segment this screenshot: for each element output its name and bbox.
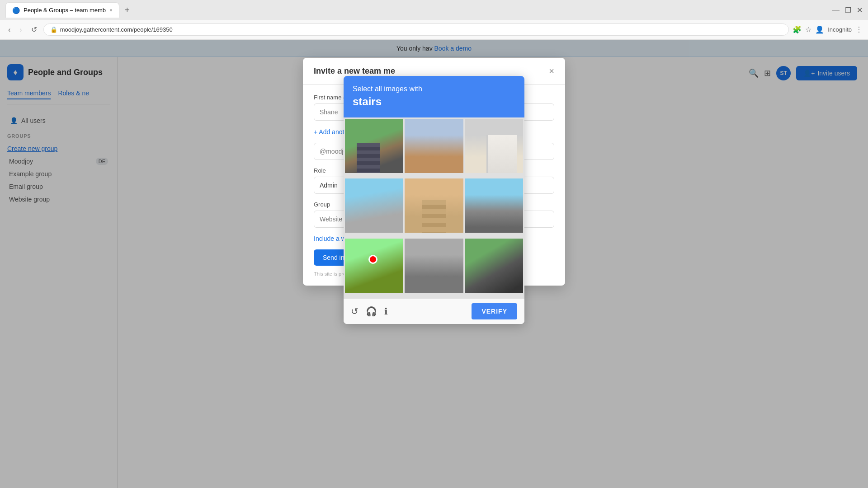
url-text: moodjoy.gathercontent.com/people/169350 (60, 26, 783, 33)
close-btn[interactable]: ✕ (857, 6, 863, 14)
forward-btn[interactable]: › (17, 24, 24, 36)
browser-titlebar: 🔵 People & Groups – team memb × + — ❐ ✕ (0, 0, 868, 20)
captcha-image-6[interactable] (465, 178, 523, 237)
recaptcha-refresh-btn[interactable]: ↺ (351, 306, 359, 317)
extensions-icon[interactable]: 🧩 (793, 25, 802, 34)
modal-title: Invite a new team me (314, 66, 395, 76)
recaptcha-verify-btn[interactable]: VERIFY (472, 303, 517, 319)
tab-title: People & Groups – team memb (24, 7, 106, 14)
recaptcha-prompt: Select all images with stairs (353, 84, 515, 109)
menu-icon[interactable]: ⋮ (855, 25, 863, 34)
address-bar[interactable]: 🔒 moodjoy.gathercontent.com/people/16935… (43, 23, 789, 36)
browser-toolbar: ‹ › ↺ 🔒 moodjoy.gathercontent.com/people… (0, 20, 868, 40)
back-btn[interactable]: ‹ (5, 24, 13, 36)
captcha-image-7[interactable] (345, 239, 403, 297)
captcha-image-1[interactable] (345, 119, 403, 177)
recaptcha-header: Select all images with stairs (344, 76, 524, 117)
new-tab-btn[interactable]: + (121, 5, 133, 16)
window-controls: — ❐ ✕ (832, 6, 863, 14)
restore-btn[interactable]: ❐ (845, 6, 851, 14)
recaptcha-footer: ↺ 🎧 ℹ VERIFY (344, 298, 524, 324)
active-tab[interactable]: 🔵 People & Groups – team memb × (5, 2, 119, 18)
recaptcha-action-icons: ↺ 🎧 ℹ (351, 306, 388, 317)
recaptcha-widget: Select all images with stairs (344, 76, 524, 324)
profile-icon[interactable]: 👤 (815, 25, 824, 34)
reload-btn[interactable]: ↺ (28, 23, 40, 36)
tab-close-btn[interactable]: × (109, 7, 113, 14)
captcha-image-5[interactable] (405, 178, 463, 237)
recaptcha-prompt-line1: Select all images with (353, 85, 422, 93)
modal-close-btn[interactable]: × (549, 66, 554, 76)
recaptcha-audio-btn[interactable]: 🎧 (366, 306, 377, 317)
browser-tabs: 🔵 People & Groups – team memb × + (5, 2, 133, 18)
captcha-image-9[interactable] (465, 239, 523, 297)
lock-icon: 🔒 (50, 26, 57, 33)
toolbar-icons: 🧩 ☆ 👤 Incognito ⋮ (793, 25, 863, 34)
bookmark-icon[interactable]: ☆ (805, 25, 811, 34)
minimize-btn[interactable]: — (832, 6, 840, 14)
incognito-label: Incognito (828, 26, 852, 33)
recaptcha-keyword: stairs (353, 94, 515, 109)
captcha-image-8[interactable] (405, 239, 463, 297)
browser-chrome: 🔵 People & Groups – team memb × + — ❐ ✕ … (0, 0, 868, 40)
recaptcha-image-grid (344, 117, 524, 298)
captcha-image-4[interactable] (345, 178, 403, 237)
captcha-image-3[interactable] (465, 119, 523, 177)
captcha-image-2[interactable] (405, 119, 463, 177)
recaptcha-info-btn[interactable]: ℹ (384, 306, 388, 317)
